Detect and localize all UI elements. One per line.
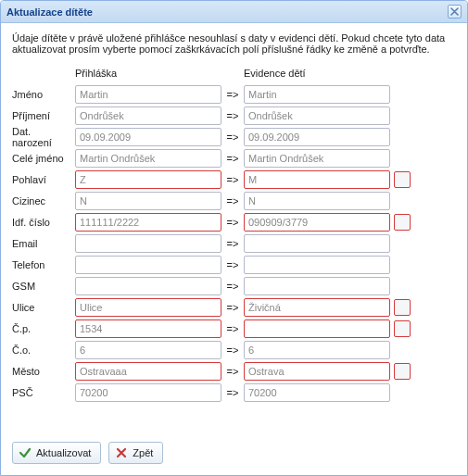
evd-celejm[interactable] — [244, 149, 390, 168]
close-icon — [450, 7, 459, 16]
label-telefon: Telefon — [12, 259, 75, 270]
app-psc[interactable] — [75, 383, 221, 402]
arrow-icon: => — [221, 110, 244, 121]
app-gsm[interactable] — [75, 277, 221, 295]
arrow-icon: => — [221, 153, 244, 164]
label-co: Č.o. — [12, 344, 75, 356]
label-celejm: Celé jméno — [12, 153, 75, 164]
arrow-icon: => — [221, 387, 244, 398]
label-ulice: Ulice — [12, 302, 75, 313]
app-co[interactable] — [75, 341, 221, 359]
arrow-icon: => — [221, 323, 244, 334]
dialog-window: Aktualizace dítěte Údaje dítěte v právě … — [0, 0, 468, 476]
checkbox-ulice[interactable] — [394, 299, 411, 316]
evd-idf[interactable] — [244, 213, 390, 232]
arrow-icon: => — [221, 132, 244, 143]
arrow-icon: => — [221, 259, 244, 270]
label-gsm: GSM — [12, 281, 75, 292]
close-button[interactable] — [448, 5, 462, 19]
label-datnar: Dat. narození — [12, 126, 75, 148]
row-pohlavi: Pohlaví => — [12, 169, 456, 190]
header-evd: Evidence dětí — [244, 68, 390, 79]
label-pohlavi: Pohlaví — [12, 174, 75, 185]
arrow-icon: => — [221, 366, 244, 377]
app-telefon[interactable] — [75, 256, 221, 274]
label-idf: Idf. číslo — [12, 217, 75, 228]
checkbox-cp[interactable] — [394, 320, 411, 337]
arrow-icon: => — [221, 89, 244, 100]
evd-datnar[interactable] — [244, 128, 390, 146]
app-cizinec[interactable] — [75, 192, 221, 210]
row-datnar: Dat. narození => — [12, 126, 456, 147]
header-app: Přihláška — [75, 68, 221, 79]
label-jmeno: Jméno — [12, 89, 75, 100]
row-jmeno: Jméno => — [12, 83, 456, 105]
header-row: Přihláška Evidence dětí — [12, 62, 456, 83]
app-datnar[interactable] — [75, 128, 221, 146]
back-button-label: Zpět — [133, 447, 153, 458]
arrow-icon: => — [221, 344, 244, 356]
row-celejm: Celé jméno => — [12, 147, 456, 169]
evd-psc[interactable] — [244, 383, 390, 402]
app-mesto[interactable] — [75, 362, 221, 381]
app-idf[interactable] — [75, 213, 221, 232]
row-idf: Idf. číslo => — [12, 211, 456, 232]
arrow-icon: => — [221, 302, 244, 313]
row-ulice: Ulice => — [12, 296, 456, 318]
back-button[interactable]: Zpět — [108, 442, 163, 464]
row-gsm: GSM => — [12, 275, 456, 296]
arrow-icon: => — [221, 281, 244, 292]
row-prijmeni: Příjmení => — [12, 105, 456, 126]
check-icon — [19, 446, 32, 459]
cancel-icon — [115, 446, 128, 459]
app-prijmeni[interactable] — [75, 106, 221, 125]
label-email: Email — [12, 238, 75, 249]
arrow-icon: => — [221, 195, 244, 207]
evd-email[interactable] — [244, 234, 390, 253]
label-cp: Č.p. — [12, 323, 75, 334]
evd-telefon[interactable] — [244, 256, 390, 274]
checkbox-pohlavi[interactable] — [394, 171, 411, 188]
evd-mesto[interactable] — [244, 362, 390, 381]
row-co: Č.o. => — [12, 339, 456, 360]
evd-co[interactable] — [244, 341, 390, 359]
label-mesto: Město — [12, 366, 75, 377]
description-text: Údaje dítěte v právě uložené přihlášce n… — [1, 23, 467, 60]
row-psc: PSČ => — [12, 382, 456, 403]
evd-prijmeni[interactable] — [244, 106, 390, 125]
evd-cp[interactable] — [244, 319, 390, 338]
row-cizinec: Cizinec => — [12, 190, 456, 211]
app-jmeno[interactable] — [75, 85, 221, 104]
app-cp[interactable] — [75, 319, 221, 338]
app-ulice[interactable] — [75, 298, 221, 317]
checkbox-idf[interactable] — [394, 214, 411, 231]
evd-cizinec[interactable] — [244, 192, 390, 210]
label-prijmeni: Příjmení — [12, 110, 75, 121]
label-cizinec: Cizinec — [12, 195, 75, 207]
app-email[interactable] — [75, 234, 221, 253]
evd-gsm[interactable] — [244, 277, 390, 295]
row-telefon: Telefon => — [12, 254, 456, 275]
row-email: Email => — [12, 232, 456, 254]
checkbox-mesto[interactable] — [394, 363, 411, 380]
app-celejm[interactable] — [75, 149, 221, 168]
evd-ulice[interactable] — [244, 298, 390, 317]
update-button[interactable]: Aktualizovat — [12, 442, 101, 464]
comparison-grid: Přihláška Evidence dětí Jméno => Příjmen… — [1, 60, 467, 403]
row-mesto: Město => — [12, 360, 456, 382]
label-psc: PSČ — [12, 387, 75, 398]
titlebar: Aktualizace dítěte — [1, 1, 467, 23]
arrow-icon: => — [221, 217, 244, 228]
evd-pohlavi[interactable] — [244, 170, 390, 189]
row-cp: Č.p. => — [12, 318, 456, 339]
window-title: Aktualizace dítěte — [6, 6, 93, 18]
arrow-icon: => — [221, 238, 244, 249]
evd-jmeno[interactable] — [244, 85, 390, 104]
app-pohlavi[interactable] — [75, 170, 221, 189]
update-button-label: Aktualizovat — [36, 447, 91, 458]
arrow-icon: => — [221, 174, 244, 185]
footer: Aktualizovat Zpět — [1, 432, 467, 475]
